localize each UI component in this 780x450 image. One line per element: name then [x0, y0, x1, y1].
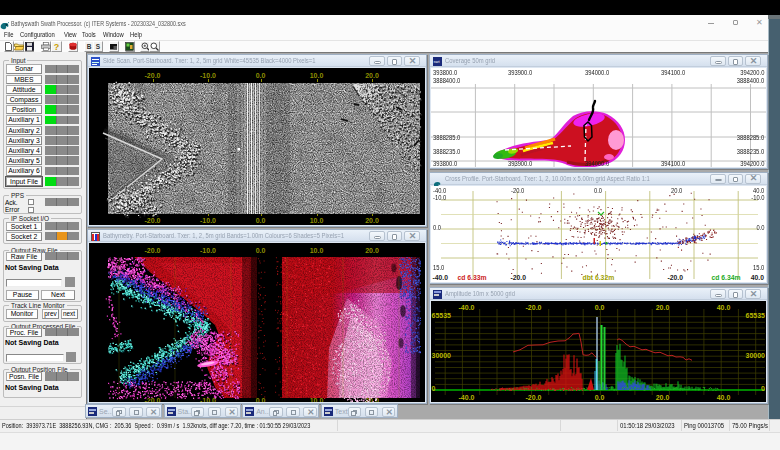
svg-text:B: B — [86, 43, 91, 50]
svg-text:S: S — [96, 43, 101, 50]
svg-text:?: ? — [54, 42, 60, 51]
